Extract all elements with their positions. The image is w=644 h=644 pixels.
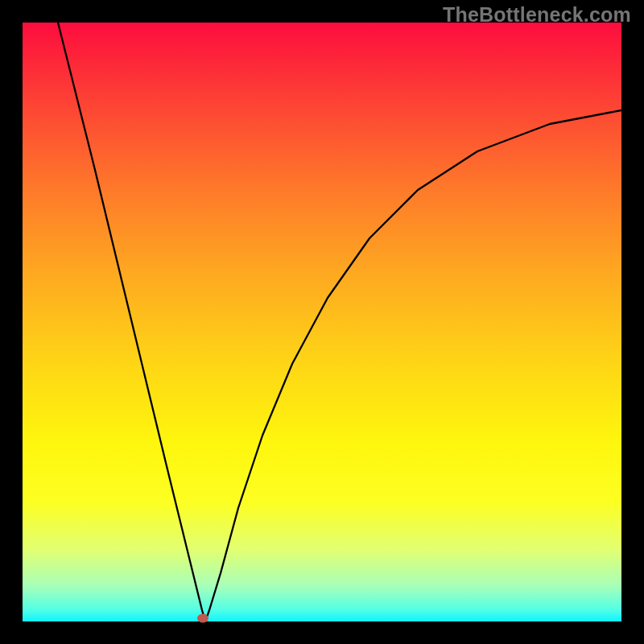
- watermark-text: TheBottleneck.com: [443, 3, 631, 27]
- curve-path: [58, 23, 621, 621]
- min-point-marker: [197, 614, 208, 623]
- bottleneck-curve: [23, 23, 621, 621]
- plot-area: [23, 23, 621, 621]
- chart-frame: TheBottleneck.com: [0, 0, 644, 644]
